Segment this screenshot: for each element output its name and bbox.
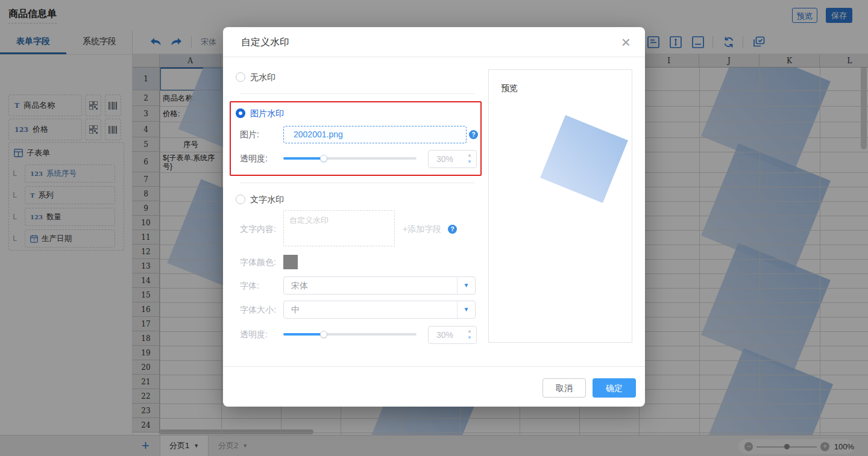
dialog-header: 自定义水印 ×	[223, 27, 645, 57]
font-color-label: 字体颜色:	[240, 257, 276, 268]
confirm-button[interactable]: 确定	[593, 378, 636, 398]
text-content-label: 文字内容:	[240, 224, 276, 235]
help-icon[interactable]: ?	[448, 225, 457, 234]
cancel-button[interactable]: 取消	[542, 378, 586, 398]
chevron-down-icon[interactable]: ▼	[457, 301, 475, 318]
font-size-select[interactable]: 中 ▼	[283, 301, 476, 319]
text-content-textarea[interactable]: 自定义水印	[283, 210, 395, 246]
font-color-swatch[interactable]	[283, 255, 298, 269]
footer-divider	[223, 366, 645, 367]
font-select[interactable]: 宋体 ▼	[283, 276, 476, 295]
section-divider	[240, 183, 475, 183]
image-opacity-input[interactable]: 30% ▲▼	[428, 150, 477, 168]
slider-fill	[283, 333, 324, 336]
slider-handle[interactable]	[320, 155, 327, 162]
radio-label-image[interactable]: 图片水印	[250, 108, 284, 119]
opacity-value: 30%	[436, 154, 453, 164]
opacity-value: 30%	[436, 330, 453, 340]
add-field-link[interactable]: +添加字段	[403, 224, 441, 235]
text-opacity-input[interactable]: 30% ▲▼	[428, 326, 477, 344]
app-root: 商品信息单 预览 保存 表单字段 系统字段 T 商品名称	[0, 0, 868, 456]
step-up-icon[interactable]: ▲	[467, 328, 472, 334]
text-opacity-slider[interactable]	[283, 333, 417, 336]
step-down-icon[interactable]: ▼	[467, 334, 472, 341]
text-opacity-label: 透明度:	[240, 330, 268, 340]
radio-image-watermark[interactable]	[236, 108, 245, 118]
dialog-title: 自定义水印	[241, 36, 289, 49]
chevron-down-icon[interactable]: ▼	[457, 277, 475, 294]
step-down-icon[interactable]: ▼	[467, 158, 472, 165]
watermark-dialog: 自定义水印 × 无水印 图片水印 图片: 2002001.png ? 透明度: …	[223, 27, 645, 407]
radio-label-none[interactable]: 无水印	[250, 72, 275, 83]
section-divider	[240, 93, 475, 94]
radio-label-text[interactable]: 文字水印	[250, 195, 284, 205]
step-up-icon[interactable]: ▲	[467, 152, 472, 158]
radio-text-watermark[interactable]	[236, 195, 245, 204]
watermark-preview-image	[540, 115, 628, 203]
watermark-preview-panel: 预览	[488, 69, 632, 343]
radio-no-watermark[interactable]	[236, 72, 245, 82]
image-label: 图片:	[240, 130, 259, 140]
font-label: 字体:	[240, 281, 259, 292]
close-icon[interactable]: ×	[621, 33, 631, 52]
font-value: 宋体	[291, 281, 308, 290]
slider-fill	[283, 157, 324, 160]
font-size-value: 中	[291, 305, 300, 314]
slider-handle[interactable]	[320, 331, 327, 338]
stepper-arrows[interactable]: ▲▼	[467, 152, 472, 165]
image-file-input[interactable]: 2002001.png	[283, 126, 467, 143]
font-size-label: 字体大小:	[240, 305, 276, 316]
stepper-arrows[interactable]: ▲▼	[467, 328, 472, 341]
image-opacity-label: 透明度:	[240, 154, 268, 164]
preview-panel-label: 预览	[501, 83, 518, 94]
image-opacity-slider[interactable]	[283, 157, 417, 160]
help-icon[interactable]: ?	[469, 130, 478, 139]
